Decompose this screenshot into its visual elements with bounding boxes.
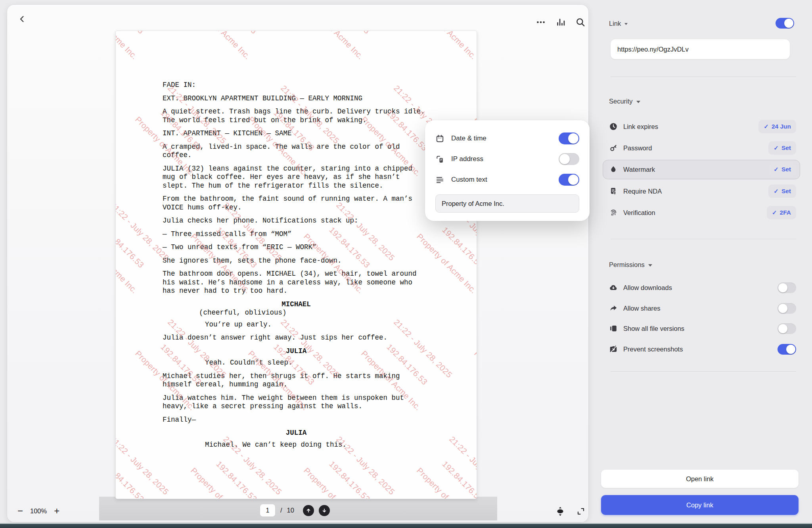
security-section-header[interactable]: Security <box>609 98 640 105</box>
back-arrow-icon <box>17 14 27 24</box>
date-time-toggle[interactable] <box>559 132 579 144</box>
script-block-action: Julia checks her phone. Notifications st… <box>163 217 430 225</box>
link-section-header[interactable]: Link <box>609 20 628 27</box>
popup-row-date-time[interactable]: Date & time <box>435 129 579 148</box>
permission-row-allow-shares[interactable]: Allow shares <box>609 300 796 316</box>
chevron-down-icon <box>648 264 652 267</box>
more-options-button[interactable] <box>533 14 549 30</box>
custom-text-lines-icon <box>435 175 444 184</box>
permission-row-allow-downloads[interactable]: Allow downloads <box>609 280 796 296</box>
app-window: FADE IN:EXT. BROOKLYN APARTMENT BUILDING… <box>0 0 812 528</box>
key-icon <box>609 144 618 152</box>
fullscreen-button[interactable] <box>574 505 588 518</box>
script-block-action: Julia watches him. The weight between th… <box>163 394 430 411</box>
more-dots-icon <box>536 17 546 27</box>
popup-row-label: Date & time <box>451 134 486 142</box>
popup-row-custom-text[interactable]: Custom text <box>435 170 579 189</box>
script-block-action: From the bathroom, the faint sound of ru… <box>163 195 430 212</box>
script-block-action: A cramped, lived-in space. The walls are… <box>163 143 430 160</box>
page-separator: / <box>280 507 282 514</box>
script-block-action: INT. APARTMENT — KITCHEN — SAME <box>163 129 430 138</box>
share-arrow-icon <box>609 304 618 313</box>
script-block-action: A quiet street. Trash bags line the curb… <box>163 108 430 125</box>
link-section-title: Link <box>609 20 621 27</box>
verification-badge[interactable]: 2FA <box>767 206 796 219</box>
page-number-input[interactable] <box>260 504 276 517</box>
security-row-link-expires[interactable]: Link expires 24 Jun <box>609 119 796 134</box>
popup-row-label: IP address <box>451 155 483 163</box>
permissions-section-title: Permissions <box>609 261 645 269</box>
security-row-label: Verification <box>623 209 655 217</box>
analytics-button[interactable] <box>553 14 569 30</box>
script-block-action: Julia doesn’t answer right away. Just si… <box>163 334 430 342</box>
security-row-verification[interactable]: Verification 2FA <box>609 205 796 221</box>
share-settings-sidebar: Link Security Link expires 24 Jun Passwo… <box>588 0 812 528</box>
script-blocks: FADE IN:EXT. BROOKLYN APARTMENT BUILDING… <box>116 31 477 499</box>
arrow-down-icon <box>321 507 327 514</box>
show-file-versions-toggle[interactable] <box>778 323 796 334</box>
script-block-parenthetical: (cheerful, oblivious) <box>199 309 430 317</box>
divider <box>611 371 796 372</box>
viewer-footer-icons <box>553 505 588 518</box>
calendar-icon <box>435 134 444 143</box>
clock-icon <box>609 122 618 131</box>
page-navigation: / 10 <box>260 504 330 517</box>
allow-downloads-toggle[interactable] <box>778 282 796 293</box>
link-enabled-toggle[interactable] <box>776 18 794 29</box>
prevent-screenshots-toggle[interactable] <box>778 344 796 355</box>
ip-address-toggle[interactable] <box>559 153 579 165</box>
previous-page-button[interactable] <box>303 505 314 516</box>
script-block-dialogue: Yeah. Couldn’t sleep. <box>205 359 430 367</box>
link-expires-badge[interactable]: 24 Jun <box>758 120 796 133</box>
password-badge[interactable]: Set <box>768 141 796 155</box>
script-block-character: JULIA <box>163 347 430 356</box>
open-link-button[interactable]: Open link <box>601 470 799 488</box>
security-section-title: Security <box>609 98 633 105</box>
zoom-out-button[interactable]: − <box>17 506 23 516</box>
security-row-label: Password <box>623 144 652 152</box>
script-block-character: JULIA <box>163 429 430 438</box>
security-row-require-nda[interactable]: Require NDA Set <box>609 183 796 199</box>
permission-row-label: Allow downloads <box>623 284 672 292</box>
ip-address-icon <box>435 155 444 163</box>
divider <box>611 77 796 77</box>
scroll-mode-button[interactable] <box>553 505 567 518</box>
zoom-level: 100% <box>30 507 47 515</box>
watermark-settings-popup: Date & time IP address Custom text <box>425 120 590 221</box>
chevron-down-icon <box>636 101 640 103</box>
popup-row-ip-address[interactable]: IP address <box>435 150 579 169</box>
chevron-down-icon <box>624 23 628 25</box>
zoom-controls: − 100% + <box>17 506 59 516</box>
allow-shares-toggle[interactable] <box>778 303 796 314</box>
expand-icon <box>576 507 586 516</box>
script-block-action: — Two unread texts from “ERIC — WORK” <box>163 243 430 252</box>
permission-row-prevent-screenshots[interactable]: Prevent screenshots <box>609 341 796 357</box>
custom-watermark-text-input[interactable] <box>435 194 579 213</box>
copy-link-button[interactable]: Copy link <box>601 495 799 515</box>
script-block-action: She ignores them, sets the phone face-do… <box>163 257 430 265</box>
back-button[interactable] <box>14 11 30 27</box>
window-bottom-edge <box>0 523 812 528</box>
security-row-password[interactable]: Password Set <box>609 140 796 156</box>
permission-row-label: Show all file versions <box>623 325 684 332</box>
search-button[interactable] <box>573 14 588 30</box>
security-row-watermark[interactable]: Watermark Set <box>609 161 796 177</box>
custom-text-toggle[interactable] <box>559 174 579 186</box>
popup-row-label: Custom text <box>451 176 487 184</box>
next-page-button[interactable] <box>319 505 330 516</box>
zoom-in-button[interactable]: + <box>54 506 59 516</box>
permissions-section-header[interactable]: Permissions <box>609 261 652 269</box>
droplet-icon <box>609 165 618 174</box>
document-viewer-panel: FADE IN:EXT. BROOKLYN APARTMENT BUILDING… <box>7 5 588 522</box>
page-total: 10 <box>287 507 294 514</box>
watermark-badge[interactable]: Set <box>768 163 796 176</box>
permission-row-file-versions[interactable]: Show all file versions <box>609 321 796 336</box>
share-link-url-input[interactable] <box>611 39 790 59</box>
script-block-action: Finally— <box>163 416 430 424</box>
fingerprint-icon <box>609 208 618 217</box>
script-block-character: MICHAEL <box>163 300 430 309</box>
script-block-action: The bathroom door opens. MICHAEL (34), w… <box>163 270 430 296</box>
search-icon <box>575 17 586 27</box>
script-block-action: JULIA (32) leans against the counter, st… <box>163 165 430 190</box>
require-nda-badge[interactable]: Set <box>768 184 796 198</box>
